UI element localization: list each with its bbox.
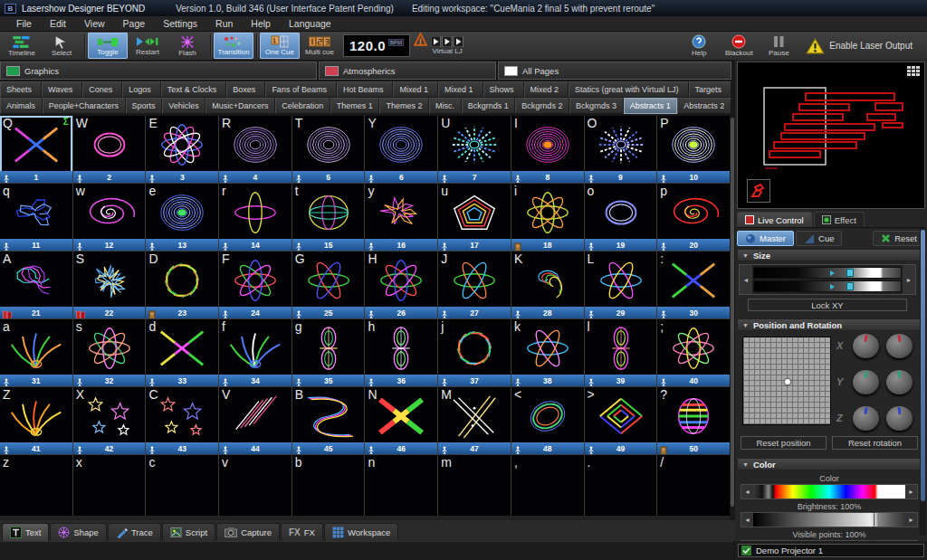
- cue-cell-e[interactable]: e13: [146, 184, 218, 251]
- page-tab-abstracts-1[interactable]: Abstracts 1: [624, 98, 678, 114]
- cue-cell-z[interactable]: z: [0, 455, 72, 518]
- cue-cell-s[interactable]: S22: [73, 252, 146, 318]
- cue-cell-w[interactable]: W2: [73, 116, 146, 183]
- cue-cell-u[interactable]: U7: [438, 116, 511, 183]
- page-tab-bckgrnds-1[interactable]: Bckgrnds 1: [462, 98, 516, 114]
- page-tab-fans-of-beams[interactable]: Fans of Beams: [265, 81, 337, 98]
- cue-cell-b[interactable]: B45: [292, 387, 365, 454]
- cue-cell-k[interactable]: K28: [511, 252, 584, 318]
- reset-button[interactable]: Reset: [873, 231, 925, 246]
- cue-cell-a[interactable]: a31: [0, 319, 72, 386]
- lock-xy-button[interactable]: Lock XY: [748, 299, 907, 311]
- preview-cue-thumb[interactable]: [747, 179, 770, 203]
- page-tab-statics-great-with-virtual-lj[interactable]: Statics (great with Virtual LJ): [569, 81, 688, 98]
- cue-cell-key[interactable]: >49: [585, 387, 657, 454]
- cue-cell-d[interactable]: D23: [146, 252, 218, 318]
- z-knob[interactable]: [886, 406, 913, 431]
- page-tab-mixed-1[interactable]: Mixed 1: [438, 81, 483, 98]
- cue-cell-n[interactable]: n: [365, 455, 437, 518]
- cue-cell-q[interactable]: q11: [0, 184, 72, 251]
- color-section-header[interactable]: ▼ Color: [737, 458, 925, 470]
- cue-cell-z[interactable]: Z41: [0, 387, 72, 454]
- cue-cell-v[interactable]: v: [219, 455, 291, 518]
- cue-cell-c[interactable]: C43: [146, 387, 218, 454]
- size-slider-left-arrow[interactable]: ◄: [740, 265, 752, 294]
- menu-item-edit[interactable]: Edit: [41, 18, 75, 29]
- tool-tab-capture[interactable]: Capture: [216, 523, 280, 541]
- cue-cell-t[interactable]: t15: [292, 184, 365, 251]
- cue-button[interactable]: Cue: [796, 231, 842, 246]
- category-tab-graphics[interactable]: Graphics: [0, 62, 317, 80]
- menu-item-file[interactable]: File: [7, 18, 41, 29]
- menu-item-help[interactable]: Help: [242, 18, 280, 29]
- cue-cell-m[interactable]: m: [438, 455, 511, 518]
- bpm-display[interactable]: 120.0BPM: [343, 34, 410, 57]
- page-tab-cones[interactable]: Cones: [82, 81, 122, 98]
- tab-effect[interactable]: Effect: [814, 212, 865, 227]
- laser-preview[interactable]: [737, 62, 925, 209]
- slider-right-arrow[interactable]: ►: [905, 485, 917, 498]
- cue-cell-x[interactable]: x: [73, 455, 146, 518]
- cue-cell-q[interactable]: QΣ1: [0, 116, 72, 183]
- pause-button[interactable]: Pause: [759, 33, 798, 59]
- cue-cell-n[interactable]: N46: [365, 387, 437, 454]
- cue-cell-key[interactable]: .: [585, 455, 657, 518]
- cue-cell-j[interactable]: J27: [438, 252, 511, 318]
- virtual-lj-buttons[interactable]: Virtual LJ: [431, 33, 464, 59]
- cue-cell-d[interactable]: d33: [146, 319, 218, 386]
- cue-cell-key[interactable]: :30: [657, 252, 730, 318]
- menu-item-settings[interactable]: Settings: [154, 18, 206, 29]
- tool-tab-workspace[interactable]: Workspace: [324, 523, 398, 541]
- page-tab-mixed-2[interactable]: Mixed 2: [524, 81, 569, 98]
- enable-laser-output-button[interactable]: Enable Laser Output: [798, 33, 920, 59]
- page-tab-waves[interactable]: Waves: [42, 81, 82, 98]
- page-tab-themes-2[interactable]: Themes 2: [379, 98, 429, 114]
- page-tab-targets[interactable]: Targets: [689, 81, 732, 98]
- cue-cell-key[interactable]: ;40: [657, 319, 730, 386]
- restart-button[interactable]: Restart: [128, 33, 167, 59]
- tool-tab-trace[interactable]: Trace: [108, 523, 161, 541]
- cue-cell-m[interactable]: M47: [438, 387, 511, 454]
- master-button[interactable]: Master: [737, 231, 794, 246]
- page-tab-themes-1[interactable]: Themes 1: [330, 98, 380, 114]
- page-tab-people-characters[interactable]: People+Characters: [43, 98, 126, 114]
- cue-cell-r[interactable]: R4: [219, 116, 291, 183]
- cue-cell-v[interactable]: V44: [219, 387, 291, 454]
- select-button[interactable]: Select: [42, 33, 81, 59]
- cue-cell-r[interactable]: r14: [219, 184, 291, 251]
- page-tab-misc[interactable]: Misc.: [429, 98, 462, 114]
- y-knob[interactable]: [853, 370, 879, 394]
- slider-left-arrow[interactable]: ◄: [741, 485, 753, 498]
- cue-cell-i[interactable]: I8: [511, 116, 584, 183]
- one-cue-button[interactable]: One Cue: [260, 33, 300, 59]
- page-tab-hot-beams[interactable]: Hot Beams: [337, 81, 394, 98]
- cue-cell-i[interactable]: i18: [511, 184, 584, 251]
- position-section-header[interactable]: ▼ Position and Rotation: [737, 318, 925, 331]
- tool-tab-text[interactable]: Text: [2, 523, 49, 541]
- z-knob[interactable]: [853, 406, 879, 431]
- page-tab-music-dancers[interactable]: Music+Dancers: [205, 98, 275, 114]
- transition-button[interactable]: Transition: [214, 33, 253, 59]
- cue-cell-f[interactable]: f34: [219, 319, 291, 386]
- cue-cell-o[interactable]: o19: [585, 184, 657, 251]
- y-knob[interactable]: [886, 370, 913, 394]
- slider-handle[interactable]: [872, 513, 874, 527]
- category-tab-atmospherics[interactable]: Atmospherics: [319, 62, 496, 80]
- page-tab-bckgrnds-3[interactable]: Bckgrnds 3: [569, 98, 624, 114]
- size-slider-right-arrow[interactable]: ►: [903, 265, 915, 294]
- flash-button[interactable]: Flash: [167, 33, 207, 59]
- menu-item-view[interactable]: View: [75, 18, 114, 29]
- position-pad[interactable]: [742, 337, 831, 425]
- cue-cell-p[interactable]: P10: [657, 116, 730, 183]
- cue-cell-c[interactable]: c: [146, 455, 218, 518]
- cue-cell-l[interactable]: l39: [585, 319, 657, 386]
- tool-tab-script[interactable]: Script: [162, 523, 215, 541]
- cue-cell-h[interactable]: H26: [365, 252, 437, 318]
- panel-scrollbar[interactable]: [920, 228, 926, 536]
- page-tab-sheets[interactable]: Sheets: [0, 81, 42, 98]
- preview-grid-icon[interactable]: [907, 66, 921, 78]
- size-y-slider[interactable]: [753, 280, 902, 292]
- cue-cell-x[interactable]: X42: [73, 387, 146, 454]
- cue-cell-y[interactable]: y16: [365, 184, 437, 251]
- page-tab-text-clocks[interactable]: Text & Clocks: [161, 81, 227, 98]
